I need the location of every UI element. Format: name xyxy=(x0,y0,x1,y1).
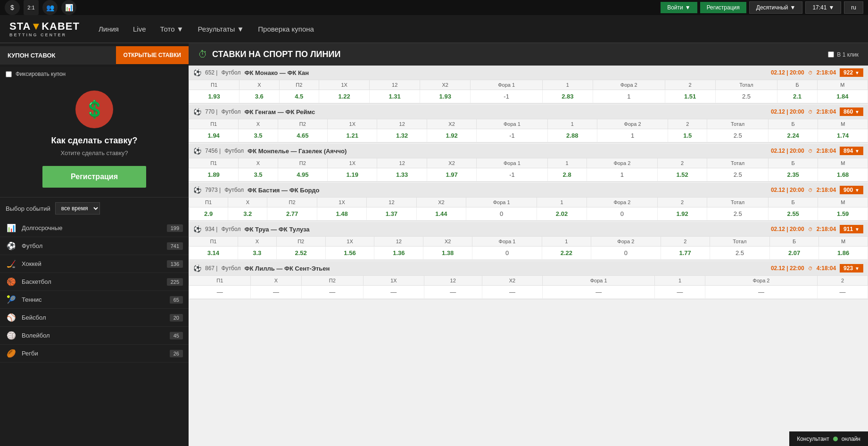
odd-value[interactable]: 2.22 xyxy=(561,249,572,256)
nav-toto[interactable]: Тото ▼ xyxy=(160,25,183,33)
match-count-badge[interactable]: 922 ▼ xyxy=(840,68,863,77)
odds-column-header: П1 xyxy=(189,198,228,207)
odd-value[interactable]: 1.68 xyxy=(837,171,849,178)
sport-list-item[interactable]: 🏉 Регби 26 xyxy=(0,345,189,363)
odd-value[interactable]: 2.02 xyxy=(556,210,568,217)
sport-list-item[interactable]: 🏀 Баскетбол 225 xyxy=(0,273,189,291)
odd-value[interactable]: 1.84 xyxy=(836,93,848,100)
odd-value[interactable]: 2.52 xyxy=(295,249,307,256)
odd-value[interactable]: 1.37 xyxy=(386,210,397,217)
odd-value[interactable]: 1.48 xyxy=(336,210,347,217)
in-one-click-checkbox[interactable] xyxy=(828,51,834,58)
sport-name: Теннис xyxy=(22,296,165,303)
sport-list-item[interactable]: 🎾 Теннис 65 xyxy=(0,291,189,309)
odd-cell: 1.74 xyxy=(818,129,868,142)
match-name: ФК Труа — ФК Тулуза xyxy=(244,226,767,233)
odd-value[interactable]: 3.14 xyxy=(207,249,219,256)
odd-value[interactable]: 1.52 xyxy=(677,171,688,178)
sport-list-item[interactable]: ⚽ Футбол 741 xyxy=(0,237,189,255)
odds-table-wrap: П1ХП21Х12Х2Фора 11Фора 22ТоталБМ2.93.22.… xyxy=(189,197,868,221)
dollar-icon[interactable]: $ xyxy=(5,0,20,15)
odd-value[interactable]: 2.88 xyxy=(566,132,578,139)
odd-value[interactable]: 1.36 xyxy=(393,249,405,256)
match-count-badge[interactable]: 894 ▼ xyxy=(840,147,863,155)
odd-value[interactable]: 1.86 xyxy=(837,249,849,256)
odd-value[interactable]: 2.9 xyxy=(204,210,213,217)
odd-value[interactable]: 1.56 xyxy=(344,249,355,256)
odd-value[interactable]: 1.21 xyxy=(347,132,358,139)
odd-value[interactable]: 4.95 xyxy=(297,171,308,178)
nav-liniya[interactable]: Линия xyxy=(99,25,119,33)
odd-value[interactable]: 1.94 xyxy=(208,132,220,139)
sidebar-register-button[interactable]: Регистрация xyxy=(42,166,146,188)
odd-value[interactable]: 1.92 xyxy=(677,210,688,217)
register-button[interactable]: Регистрация xyxy=(700,2,746,13)
odd-value[interactable]: 3.6 xyxy=(255,93,264,100)
odd-value[interactable]: 4.65 xyxy=(297,132,308,139)
event-time-select[interactable]: все время xyxy=(55,202,100,215)
nav-coupon-check[interactable]: Проверка купона xyxy=(258,25,314,33)
odds-column-header: Фора 2 xyxy=(593,80,665,90)
odd-value[interactable]: 2.35 xyxy=(787,171,799,178)
lang-button[interactable]: ru xyxy=(844,1,863,14)
logo[interactable]: STA▼KABET BETTING CENTER xyxy=(9,20,80,37)
match-count-badge[interactable]: 923 ▼ xyxy=(840,264,863,273)
odd-handicap: 2.5 xyxy=(734,210,742,217)
chart-icon[interactable]: 📊 xyxy=(61,0,76,15)
match-count-badge[interactable]: 911 ▼ xyxy=(840,225,863,233)
odd-value[interactable]: 1.22 xyxy=(338,93,350,100)
match-count-badge[interactable]: 860 ▼ xyxy=(840,107,863,116)
odd-value[interactable]: 1.33 xyxy=(396,171,408,178)
decimal-button[interactable]: Десятичный ▼ xyxy=(749,1,803,14)
odd-value[interactable]: 1.93 xyxy=(439,93,451,100)
match-count-badge[interactable]: 900 ▼ xyxy=(840,186,863,194)
odd-value[interactable]: 1.59 xyxy=(837,210,849,217)
odd-cell: 1.89 xyxy=(189,168,239,182)
sport-list-item[interactable]: 🏒 Хоккей 136 xyxy=(0,255,189,273)
odd-value[interactable]: 1.32 xyxy=(396,132,408,139)
fix-coupon-checkbox[interactable] xyxy=(6,71,12,77)
odd-value[interactable]: 1.38 xyxy=(442,249,454,256)
odd-value[interactable]: 3.2 xyxy=(243,210,252,217)
odd-value[interactable]: 3.3 xyxy=(253,249,261,256)
odd-value[interactable]: 1.93 xyxy=(208,93,220,100)
odd-value[interactable]: 4.5 xyxy=(295,93,303,100)
sport-icon: 🏒 xyxy=(6,259,17,268)
nav-results[interactable]: Результаты ▼ xyxy=(198,25,244,33)
odd-value[interactable]: 2.77 xyxy=(286,210,298,217)
sport-list-item[interactable]: 📊 Долгосрочные 199 xyxy=(0,219,189,237)
odds-icon[interactable]: 2:1 xyxy=(24,0,39,15)
odd-cell: 1.92 xyxy=(657,207,707,221)
odd-value[interactable]: 1.77 xyxy=(679,249,691,256)
odds-column-header: 2 xyxy=(657,158,707,168)
match-countdown: 2:18:04 xyxy=(817,148,836,154)
odd-value[interactable]: 1.74 xyxy=(837,132,849,139)
odd-value[interactable]: 1.44 xyxy=(435,210,447,217)
odd-value[interactable]: 1.51 xyxy=(684,93,696,100)
odds-column-header: 12 xyxy=(424,276,482,286)
odd-value[interactable]: 2.8 xyxy=(563,171,571,178)
odd-value[interactable]: 3.5 xyxy=(254,132,262,139)
odd-value[interactable]: 1.92 xyxy=(446,132,457,139)
sport-list-item[interactable]: 🏐 Волейбол 45 xyxy=(0,327,189,345)
odd-value[interactable]: 3.5 xyxy=(254,171,262,178)
open-bets-button[interactable]: ОТКРЫТЫЕ СТАВКИ xyxy=(116,46,189,64)
odd-value[interactable]: 1.97 xyxy=(446,171,457,178)
odd-value[interactable]: 2.83 xyxy=(562,93,573,100)
odd-value[interactable]: 1.89 xyxy=(208,171,220,178)
odd-value[interactable]: 2.1 xyxy=(793,93,802,100)
sport-list-item[interactable]: ⚾ Бейсбол 20 xyxy=(0,309,189,327)
odd-value[interactable]: 2.24 xyxy=(787,132,799,139)
login-button[interactable]: Войти ▼ xyxy=(661,2,697,13)
odd-value[interactable]: 2.55 xyxy=(787,210,799,217)
nav-live[interactable]: Live xyxy=(133,25,146,33)
odd-value[interactable]: 1.5 xyxy=(683,132,692,139)
odds-column-header: 1Х xyxy=(325,237,374,247)
sport-count: 136 xyxy=(167,260,183,268)
people-icon[interactable]: 👥 xyxy=(42,0,58,15)
odd-value[interactable]: 1.19 xyxy=(347,171,358,178)
odd-cell: — xyxy=(363,286,424,299)
sport-ball-icon: ⚽ xyxy=(193,225,201,233)
odd-value[interactable]: 1.31 xyxy=(389,93,401,100)
odd-value[interactable]: 2.07 xyxy=(788,249,800,256)
